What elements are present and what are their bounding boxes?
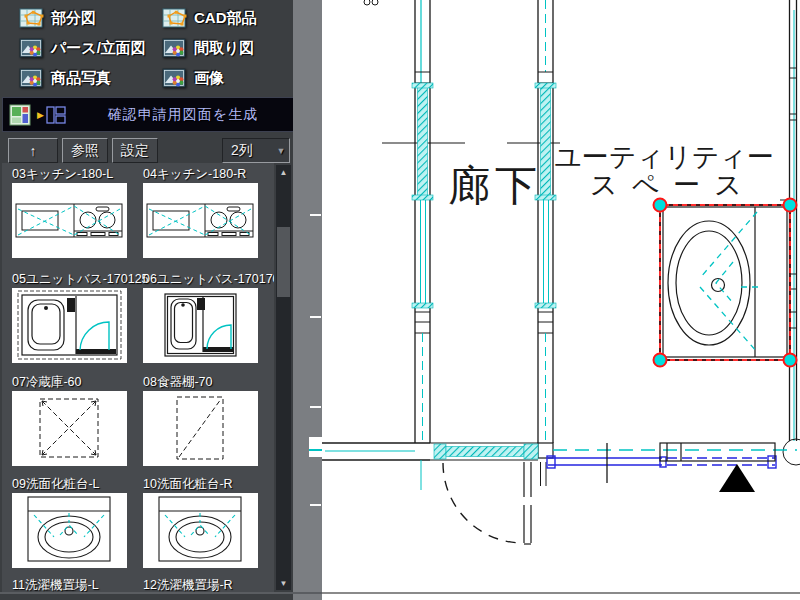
scroll-down-icon: ▼ [280, 579, 288, 588]
clipped-dimension-text [364, 0, 378, 5]
wall-edge-stub [309, 437, 322, 457]
selected-wall-blue[interactable] [547, 456, 776, 468]
list-toolbar: ↑ 参照 設定 2列 ▼ [2, 136, 293, 164]
parts-list: 03キッチン-180-L 04キッチン-180-R 05ユニットバス-17012… [2, 163, 274, 592]
selected-washbasin-fixture[interactable] [654, 199, 797, 367]
entrance-triangle-marker [719, 464, 755, 492]
part-label: 10洗面化粧台-R [143, 476, 258, 491]
sidebar-item-product-photo[interactable]: 商品写真 [6, 64, 149, 93]
sidebar-item-floorplan[interactable]: 間取り図 [149, 34, 292, 63]
part-thumbnail-kitchen[interactable] [12, 183, 127, 258]
scroll-up-icon: ▲ [280, 168, 288, 177]
part-label: 08食器棚-70 [143, 374, 258, 389]
part-thumbnail-unit-bath[interactable] [143, 288, 258, 363]
sliding-door-opening [430, 443, 538, 460]
floorplan-canvas[interactable]: 廊下 ユーティリティー スペース [322, 0, 800, 600]
part-label: 03キッチン-180-L [12, 166, 127, 181]
application-window: 部分図 CAD部品 パース/立面図 間取り図 商品写真 画像 ▶ 確認申請用図面… [0, 0, 800, 600]
sidebar-item-label: 部分図 [51, 9, 96, 28]
part-thumbnail-unit-bath[interactable] [12, 288, 127, 363]
splitter-tick [310, 504, 321, 506]
scrollbar-up-button[interactable]: ▲ [276, 165, 291, 179]
part-label: 09洗面化粧台-L [12, 476, 127, 491]
sidebar-bottom-edge [0, 592, 322, 594]
scrollbar-thumb[interactable] [277, 227, 290, 297]
sidebar-item-label: 画像 [194, 69, 224, 88]
part-item[interactable]: 07冷蔵庫-60 [12, 374, 127, 466]
part-label: 12洗濯機置場-R [143, 577, 258, 592]
image-icon [19, 68, 45, 90]
utility-space-label-line1: ユーティリティー [554, 142, 774, 172]
cad-sheet-icon [19, 8, 45, 30]
splitter-tick [310, 406, 321, 408]
door-hinge-circle [783, 439, 800, 465]
cad-sheet-icon [162, 8, 188, 30]
selection-rectangle [660, 205, 790, 360]
grid-layout-icon [46, 106, 66, 124]
splitter-tick [310, 214, 321, 216]
part-item[interactable]: 08食器棚-70 [143, 374, 258, 466]
splitter-tick [310, 316, 321, 318]
sidebar-item-label: 商品写真 [51, 69, 111, 88]
part-label: 06ユニットバス-170170 [143, 271, 258, 286]
part-label: 04キッチン-180-R [143, 166, 258, 181]
door-swing-arc [443, 463, 523, 543]
part-item[interactable]: 06ユニットバス-170170 [143, 271, 258, 363]
part-thumbnail-kitchen[interactable] [143, 183, 258, 258]
category-button-grid: 部分図 CAD部品 パース/立面図 間取り図 商品写真 画像 [6, 4, 292, 93]
part-thumbnail-washbasin[interactable] [12, 493, 127, 568]
window-hatch [418, 86, 428, 196]
window-hatch [541, 86, 551, 196]
part-thumbnail-washbasin[interactable] [143, 493, 258, 568]
part-thumbnail-fridge[interactable] [12, 391, 127, 466]
selection-handles [654, 199, 797, 367]
scrollbar-down-button[interactable]: ▼ [276, 576, 291, 590]
part-label: 05ユニットバス-170125 [12, 271, 127, 286]
fixture-guide-lines [700, 212, 762, 352]
up-arrow-icon: ↑ [30, 143, 37, 159]
up-folder-button[interactable]: ↑ [8, 138, 58, 163]
sidebar-item-cad-parts[interactable]: CAD部品 [149, 4, 292, 33]
selection-handle[interactable] [784, 354, 797, 367]
settings-button[interactable]: 設定 [112, 138, 158, 163]
selection-handle[interactable] [654, 354, 667, 367]
generate-permit-drawing-button[interactable]: ▶ 確認申請用図面を生成 [2, 97, 307, 132]
sidebar-item-label: パース/立面図 [51, 39, 146, 58]
wall-middle-vertical [535, 0, 556, 486]
reference-button-label: 参照 [71, 142, 99, 160]
wall-bottom-left [322, 443, 430, 490]
part-item[interactable]: 05ユニットバス-170125 [12, 271, 127, 363]
sidebar-item-partial-drawing[interactable]: 部分図 [6, 4, 149, 33]
part-item[interactable]: 12洗濯機置場-R [143, 577, 258, 592]
sidebar-item-label: 間取り図 [194, 39, 254, 58]
settings-button-label: 設定 [121, 142, 149, 160]
columns-dropdown-value: 2列 [223, 142, 273, 160]
utility-space-label-line2: スペース [590, 170, 756, 200]
wall-left-vertical [412, 0, 433, 443]
part-thumbnail-cupboard[interactable] [143, 391, 258, 466]
part-item[interactable]: 09洗面化粧台-L [12, 476, 127, 568]
play-arrow-icon: ▶ [37, 110, 44, 120]
corridor-label: 廊下 [448, 162, 542, 209]
reference-button[interactable]: 参照 [62, 138, 108, 163]
list-scrollbar[interactable]: ▲ ▼ [275, 164, 292, 591]
sidebar-item-perspective-elevation[interactable]: パース/立面図 [6, 34, 149, 63]
sidebar-item-label: CAD部品 [194, 9, 257, 28]
selection-handle[interactable] [654, 199, 667, 212]
part-item[interactable]: 04キッチン-180-R [143, 166, 258, 258]
part-item[interactable]: 03キッチン-180-L [12, 166, 127, 258]
sidebar-item-image[interactable]: 画像 [149, 64, 292, 93]
selection-handle[interactable] [784, 199, 797, 212]
generate-button-label: 確認申請用図面を生成 [66, 106, 300, 124]
layout-tiles-icon [9, 104, 31, 126]
part-label: 07冷蔵庫-60 [12, 374, 127, 389]
chevron-down-icon: ▼ [273, 146, 289, 156]
columns-dropdown[interactable]: 2列 ▼ [222, 138, 290, 163]
part-item[interactable]: 10洗面化粧台-R [143, 476, 258, 568]
panel-splitter[interactable] [293, 0, 322, 600]
image-icon [162, 38, 188, 60]
image-icon [162, 68, 188, 90]
part-label: 11洗濯機置場-L [12, 577, 127, 592]
swing-door [443, 462, 531, 544]
part-item[interactable]: 11洗濯機置場-L [12, 577, 127, 592]
